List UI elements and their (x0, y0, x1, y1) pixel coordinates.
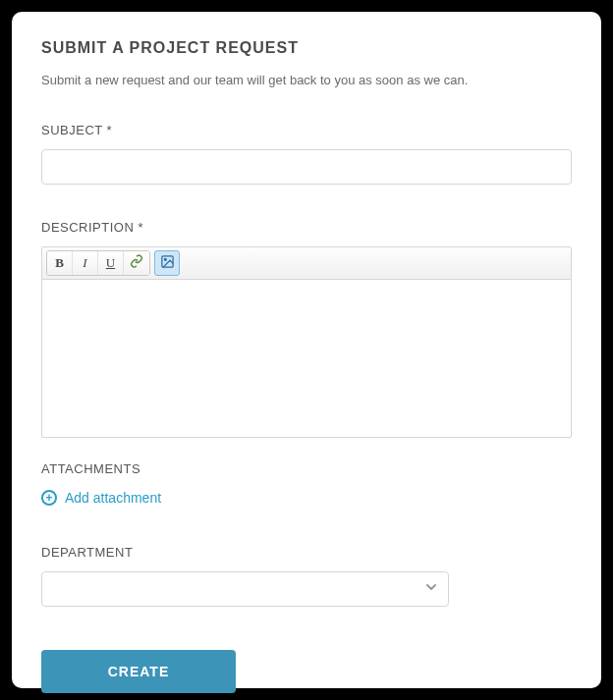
subject-label: SUBJECT * (41, 123, 572, 137)
attachments-label: ATTACHMENTS (41, 461, 572, 476)
image-icon (160, 254, 175, 273)
department-select-wrap (41, 571, 449, 607)
link-icon (130, 254, 143, 272)
underline-button[interactable]: U (98, 251, 124, 275)
description-input[interactable] (42, 280, 571, 437)
department-label: DEPARTMENT (41, 545, 572, 560)
bold-button[interactable]: B (47, 251, 73, 275)
department-select[interactable] (41, 571, 449, 607)
link-button[interactable] (124, 251, 149, 275)
subject-input[interactable] (41, 149, 572, 185)
add-attachment-button[interactable]: + Add attachment (41, 490, 161, 506)
image-button[interactable] (154, 250, 180, 276)
italic-button[interactable]: I (73, 251, 98, 275)
rich-text-editor: B I U (41, 246, 572, 438)
create-button[interactable]: CREATE (41, 650, 236, 693)
rte-toolbar: B I U (42, 247, 571, 280)
add-attachment-label: Add attachment (65, 490, 161, 506)
svg-point-1 (164, 258, 166, 260)
description-label: DESCRIPTION * (41, 220, 572, 235)
form-card: SUBMIT A PROJECT REQUEST Submit a new re… (12, 12, 601, 688)
plus-circle-icon: + (41, 490, 57, 506)
page-title: SUBMIT A PROJECT REQUEST (41, 39, 572, 57)
rte-format-group: B I U (46, 250, 150, 276)
page-subtitle: Submit a new request and our team will g… (41, 73, 572, 87)
